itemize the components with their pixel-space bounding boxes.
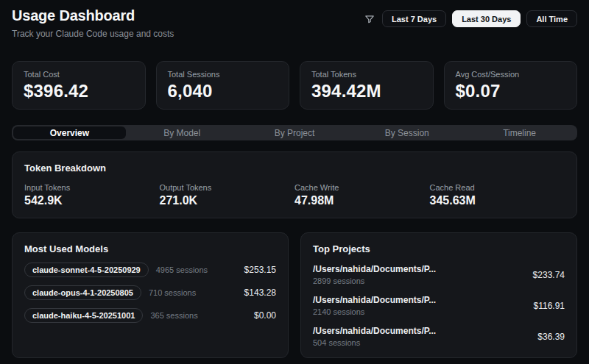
model-cost: $253.15 xyxy=(244,265,276,275)
project-info: /Users/nahida/Documents/P... 504 session… xyxy=(313,326,436,347)
model-name-badge: claude-haiku-4-5-20251001 xyxy=(24,308,143,323)
stat-label: Total Tokens xyxy=(311,70,422,79)
model-cost: $143.28 xyxy=(244,288,276,298)
tab-bar: Overview By Model By Project By Session … xyxy=(12,125,577,140)
project-sessions: 2140 sessions xyxy=(313,307,436,316)
stat-label: Avg Cost/Session xyxy=(456,70,566,79)
token-value: 47.98M xyxy=(294,194,430,207)
project-cost: $233.74 xyxy=(533,270,565,280)
model-row: claude-haiku-4-5-20251001 365 sessions $… xyxy=(24,308,276,323)
project-cost: $116.91 xyxy=(534,301,565,311)
page-subtitle: Track your Claude Code usage and costs xyxy=(12,29,174,39)
tab-by-project[interactable]: By Project xyxy=(239,126,351,139)
stat-label: Total Cost xyxy=(24,70,134,79)
token-breakdown-title: Token Breakdown xyxy=(24,163,565,174)
usage-dashboard-page: Usage Dashboard Track your Claude Code u… xyxy=(0,0,589,364)
token-stat-cache-read: Cache Read 345.63M xyxy=(430,183,565,207)
bottom-row: Most Used Models claude-sonnet-4-5-20250… xyxy=(12,232,577,358)
model-sessions: 4965 sessions xyxy=(156,265,208,274)
project-row: /Users/nahida/Documents/P... 2899 sessio… xyxy=(313,264,565,285)
model-row: claude-opus-4-1-20250805 710 sessions $1… xyxy=(24,285,276,300)
top-projects-title: Top Projects xyxy=(313,243,565,254)
token-label: Output Tokens xyxy=(160,183,295,192)
stat-value: $396.42 xyxy=(24,81,134,101)
project-path: /Users/nahida/Documents/P... xyxy=(313,264,436,274)
model-sessions: 710 sessions xyxy=(149,288,196,297)
page-title: Usage Dashboard xyxy=(12,7,174,24)
stat-card-avg-cost-session: Avg Cost/Session $0.07 xyxy=(444,61,578,110)
stat-card-total-cost: Total Cost $396.42 xyxy=(12,61,146,110)
stats-row: Total Cost $396.42 Total Sessions 6,040 … xyxy=(12,61,577,110)
token-breakdown-grid: Input Tokens 542.9K Output Tokens 271.0K… xyxy=(24,183,565,207)
tab-timeline[interactable]: Timeline xyxy=(463,126,576,139)
range-button-last-30-days[interactable]: Last 30 Days xyxy=(452,10,521,27)
project-info: /Users/nahida/Documents/P... 2899 sessio… xyxy=(313,264,436,285)
project-cost: $36.39 xyxy=(537,332,565,342)
tab-by-model[interactable]: By Model xyxy=(126,126,239,139)
stat-value: 6,040 xyxy=(168,81,278,101)
range-button-all-time[interactable]: All Time xyxy=(526,10,577,27)
stat-value: 394.42M xyxy=(311,81,422,101)
stat-card-total-tokens: Total Tokens 394.42M xyxy=(300,61,434,110)
model-cost: $0.00 xyxy=(254,310,276,321)
model-name-badge: claude-opus-4-1-20250805 xyxy=(24,285,141,300)
token-stat-input: Input Tokens 542.9K xyxy=(24,183,160,207)
token-label: Input Tokens xyxy=(24,183,160,192)
token-value: 271.0K xyxy=(160,194,295,207)
stat-card-total-sessions: Total Sessions 6,040 xyxy=(156,61,290,110)
header: Usage Dashboard Track your Claude Code u… xyxy=(12,7,577,37)
header-titles: Usage Dashboard Track your Claude Code u… xyxy=(12,7,174,39)
project-sessions: 504 sessions xyxy=(313,338,436,347)
token-breakdown-card: Token Breakdown Input Tokens 542.9K Outp… xyxy=(12,151,577,218)
most-used-models-title: Most Used Models xyxy=(24,243,276,254)
filter-icon[interactable] xyxy=(363,13,376,26)
top-projects-card: Top Projects /Users/nahida/Documents/P..… xyxy=(300,232,577,358)
project-sessions: 2899 sessions xyxy=(313,276,436,285)
model-sessions: 365 sessions xyxy=(150,311,197,320)
date-range-controls: Last 7 Days Last 30 Days All Time xyxy=(363,10,577,27)
project-info: /Users/nahida/Documents/P... 2140 sessio… xyxy=(313,295,436,316)
most-used-models-card: Most Used Models claude-sonnet-4-5-20250… xyxy=(12,232,289,358)
model-name-badge: claude-sonnet-4-5-20250929 xyxy=(24,263,149,277)
project-row: /Users/nahida/Documents/P... 504 session… xyxy=(313,326,565,347)
token-label: Cache Read xyxy=(430,183,565,192)
token-stat-output: Output Tokens 271.0K xyxy=(160,183,295,207)
token-value: 345.63M xyxy=(430,194,565,207)
range-button-last-7-days[interactable]: Last 7 Days xyxy=(382,10,446,27)
token-stat-cache-write: Cache Write 47.98M xyxy=(294,183,430,207)
token-label: Cache Write xyxy=(294,183,430,192)
token-value: 542.9K xyxy=(24,194,160,207)
project-row: /Users/nahida/Documents/P... 2140 sessio… xyxy=(313,295,565,316)
project-path: /Users/nahida/Documents/P... xyxy=(313,295,436,305)
stat-value: $0.07 xyxy=(456,81,566,101)
model-row: claude-sonnet-4-5-20250929 4965 sessions… xyxy=(24,263,276,277)
stat-label: Total Sessions xyxy=(168,70,278,79)
project-path: /Users/nahida/Documents/P... xyxy=(313,326,436,336)
tab-overview[interactable]: Overview xyxy=(13,126,126,139)
tab-by-session[interactable]: By Session xyxy=(350,126,463,139)
